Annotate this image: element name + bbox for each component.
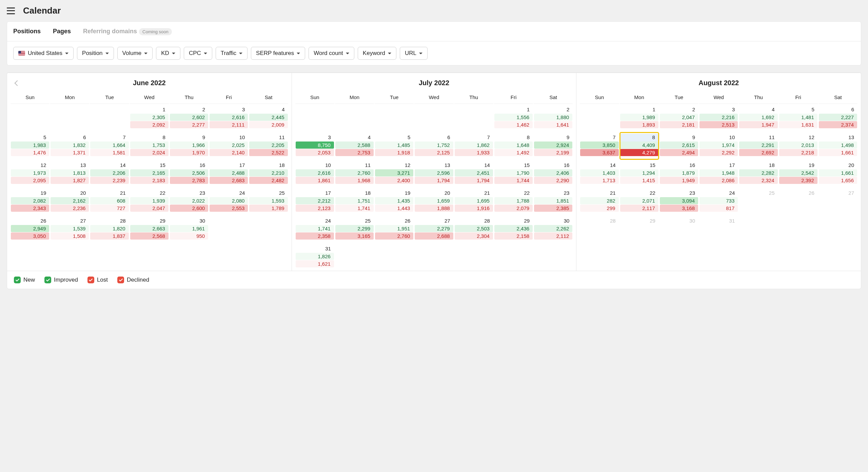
filter-position[interactable]: Position [77, 47, 114, 60]
calendar-day[interactable]: 31 [699, 216, 738, 243]
calendar-day[interactable]: 123,2712,400 [375, 160, 414, 187]
filter-volume[interactable]: Volume [117, 47, 153, 60]
calendar-day[interactable]: 172,4882,683 [209, 160, 248, 187]
calendar-day[interactable]: 201,6591,888 [414, 188, 453, 215]
calendar-day[interactable]: 91,9661,970 [170, 132, 209, 159]
legend-improved[interactable]: Improved [44, 277, 78, 283]
calendar-day[interactable]: 221,7882,079 [494, 188, 533, 215]
calendar-day[interactable]: 112,2912,692 [739, 132, 778, 159]
calendar-day[interactable]: 132,5961,794 [414, 160, 453, 187]
calendar-day[interactable]: 51,4811,631 [779, 105, 818, 132]
filter-url[interactable]: URL [400, 47, 428, 60]
filter-traffic[interactable]: Traffic [216, 47, 248, 60]
hamburger-icon[interactable] [7, 7, 15, 14]
calendar-day[interactable]: 172,2122,123 [295, 188, 334, 215]
legend-new[interactable]: New [14, 277, 35, 283]
calendar-day[interactable]: 262,9493,050 [11, 216, 50, 243]
calendar-day[interactable]: 161,8791,949 [659, 160, 698, 187]
calendar-day[interactable]: 272,2792,688 [414, 216, 453, 243]
calendar-day[interactable]: 84,4094,279 [620, 132, 659, 159]
calendar-day[interactable]: 32,2162,513 [699, 105, 738, 132]
calendar-day[interactable]: 22,6022,277 [170, 105, 209, 132]
calendar-day[interactable]: 41,6921,947 [739, 105, 778, 132]
calendar-day[interactable]: 22,0472,181 [659, 105, 698, 132]
calendar-day[interactable]: 131,8131,827 [50, 160, 89, 187]
calendar-day[interactable]: 61,8321,371 [50, 132, 89, 159]
calendar-day[interactable]: 311,8261,621 [295, 244, 334, 271]
calendar-day[interactable]: 211,6951,916 [454, 188, 493, 215]
calendar-day[interactable]: 29 [620, 216, 659, 243]
calendar-day[interactable]: 28 [580, 216, 619, 243]
calendar-day[interactable]: 202,1622,236 [50, 188, 89, 215]
calendar-day[interactable]: 102,0252,140 [209, 132, 248, 159]
calendar-day[interactable]: 292,6632,568 [130, 216, 169, 243]
filter-serp-features[interactable]: SERP features [251, 47, 305, 60]
calendar-day[interactable]: 141,4031,713 [580, 160, 619, 187]
calendar-day[interactable]: 92,9242,199 [534, 132, 573, 159]
calendar-day[interactable]: 30 [659, 216, 698, 243]
calendar-day[interactable]: 152,1652,183 [130, 160, 169, 187]
calendar-day[interactable]: 231,8512,385 [534, 188, 573, 215]
calendar-day[interactable]: 27 [818, 188, 857, 215]
calendar-day[interactable]: 73,8503,637 [580, 132, 619, 159]
calendar-day[interactable]: 192,5422,392 [779, 160, 818, 187]
calendar-day[interactable]: 61,7522,125 [414, 132, 453, 159]
filter-kd[interactable]: KD [156, 47, 180, 60]
calendar-day[interactable]: 71,6641,581 [90, 132, 129, 159]
calendar-day[interactable]: 131,4981,661 [818, 132, 857, 159]
calendar-day[interactable]: 21,8801,641 [534, 105, 573, 132]
calendar-day[interactable]: 21282299 [580, 188, 619, 215]
calendar-day[interactable]: 121,9732,095 [11, 160, 50, 187]
calendar-day[interactable]: 251,5931,789 [249, 188, 288, 215]
calendar-day[interactable]: 42,5882,753 [335, 132, 374, 159]
calendar-day[interactable]: 51,9831,476 [11, 132, 50, 159]
calendar-day[interactable]: 221,9392,047 [130, 188, 169, 215]
calendar-day[interactable]: 62,2272,374 [818, 105, 857, 132]
calendar-day[interactable]: 102,6161,861 [295, 160, 334, 187]
calendar-day[interactable]: 38,7502,053 [295, 132, 334, 159]
calendar-day[interactable]: 171,9482,086 [699, 160, 738, 187]
calendar-day[interactable]: 81,6481,492 [494, 132, 533, 159]
calendar-day[interactable]: 24733817 [699, 188, 738, 215]
calendar-day[interactable]: 242,0802,553 [209, 188, 248, 215]
filter-keyword[interactable]: Keyword [358, 47, 396, 60]
calendar-day[interactable]: 241,7412,358 [295, 216, 334, 243]
calendar-day[interactable]: 233,0943,168 [659, 188, 698, 215]
calendar-day[interactable]: 191,4351,443 [375, 188, 414, 215]
calendar-day[interactable]: 32,6162,111 [209, 105, 248, 132]
calendar-day[interactable]: 21608727 [90, 188, 129, 215]
calendar-day[interactable]: 12,3052,092 [130, 105, 169, 132]
calendar-day[interactable]: 142,4511,794 [454, 160, 493, 187]
calendar-day[interactable]: 101,9742,292 [699, 132, 738, 159]
calendar-day[interactable]: 112,7601,968 [335, 160, 374, 187]
calendar-day[interactable]: 11,9891,893 [620, 105, 659, 132]
calendar-day[interactable]: 25 [739, 188, 778, 215]
tab-referring-domains[interactable]: Referring domainsComing soon [83, 22, 172, 41]
calendar-day[interactable]: 261,9512,760 [375, 216, 414, 243]
calendar-day[interactable]: 252,2993,165 [335, 216, 374, 243]
calendar-day[interactable]: 151,2941,415 [620, 160, 659, 187]
tab-positions[interactable]: Positions [13, 22, 41, 41]
calendar-day[interactable]: 11,5561,462 [494, 105, 533, 132]
calendar-day[interactable]: 81,7532,024 [130, 132, 169, 159]
calendar-day[interactable]: 71,8621,933 [454, 132, 493, 159]
calendar-day[interactable]: 92,6152,494 [659, 132, 698, 159]
calendar-day[interactable]: 122,0132,218 [779, 132, 818, 159]
filter-united-states[interactable]: United States [13, 47, 74, 60]
calendar-day[interactable]: 151,7901,744 [494, 160, 533, 187]
calendar-day[interactable]: 142,2062,239 [90, 160, 129, 187]
calendar-day[interactable]: 26 [779, 188, 818, 215]
calendar-day[interactable]: 201,6611,656 [818, 160, 857, 187]
filter-word-count[interactable]: Word count [309, 47, 354, 60]
filter-cpc[interactable]: CPC [184, 47, 212, 60]
calendar-day[interactable]: 182,2102,482 [249, 160, 288, 187]
calendar-day[interactable]: 162,4062,290 [534, 160, 573, 187]
calendar-day[interactable]: 281,8201,837 [90, 216, 129, 243]
tab-pages[interactable]: Pages [53, 22, 71, 41]
calendar-day[interactable]: 222,0712,117 [620, 188, 659, 215]
calendar-day[interactable]: 232,0222,600 [170, 188, 209, 215]
calendar-day[interactable]: 112,2052,522 [249, 132, 288, 159]
calendar-day[interactable]: 192,0822,343 [11, 188, 50, 215]
calendar-day[interactable]: 42,4452,009 [249, 105, 288, 132]
calendar-day[interactable]: 282,5032,304 [454, 216, 493, 243]
